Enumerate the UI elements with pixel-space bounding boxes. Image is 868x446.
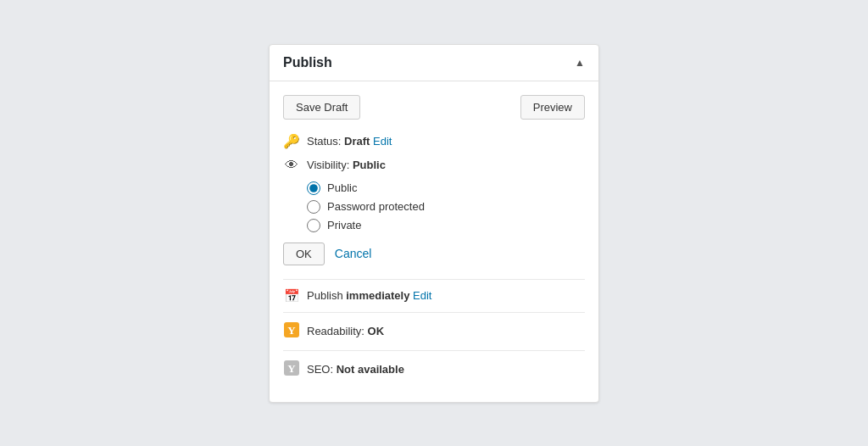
ok-cancel-row: OK Cancel [283, 243, 585, 265]
radio-password-input[interactable] [307, 200, 320, 214]
svg-text:Y: Y [287, 362, 296, 375]
radio-public-label: Public [327, 181, 357, 194]
collapse-icon[interactable]: ▲ [575, 57, 585, 69]
readability-text: Readability: OK [307, 325, 384, 337]
eye-icon: 👁 [283, 158, 300, 173]
radio-private-input[interactable] [307, 219, 320, 232]
status-label: Status: [307, 135, 344, 148]
panel-title: Publish [283, 55, 332, 70]
status-value: Draft [344, 135, 370, 148]
seo-value: Not available [337, 363, 404, 376]
radio-password-protected[interactable]: Password protected [307, 200, 585, 214]
readability-value: OK [368, 325, 385, 337]
radio-public-input[interactable] [307, 181, 320, 195]
preview-button[interactable]: Preview [520, 95, 585, 120]
divider-2 [283, 312, 585, 313]
seo-text: SEO: Not available [307, 363, 404, 376]
seo-label: SEO: [307, 363, 337, 376]
publish-row: 📅 Publish immediately Edit [283, 288, 585, 304]
visibility-label: Visibility: [307, 159, 353, 171]
seo-row: Y SEO: Not available [283, 360, 585, 380]
calendar-icon: 📅 [283, 288, 300, 304]
svg-text:Y: Y [287, 324, 296, 337]
panel-body: Save Draft Preview 🔑 Status: Draft Edit … [270, 81, 598, 402]
status-edit-link[interactable]: Edit [373, 135, 392, 148]
cancel-link[interactable]: Cancel [335, 247, 372, 260]
key-icon: 🔑 [283, 133, 300, 149]
publish-value: immediately [346, 289, 409, 302]
visibility-row: 👁 Visibility: Public [283, 158, 585, 173]
status-text: Status: Draft Edit [307, 135, 392, 148]
action-buttons: Save Draft Preview [283, 95, 585, 120]
status-row: 🔑 Status: Draft Edit [283, 133, 585, 149]
radio-private-label: Private [327, 219, 361, 231]
panel-header: Publish ▲ [270, 45, 598, 81]
save-draft-button[interactable]: Save Draft [283, 95, 360, 120]
divider-1 [283, 279, 585, 280]
publish-prefix: Publish [307, 289, 346, 302]
readability-icon: Y [283, 321, 300, 342]
publish-panel: Publish ▲ Save Draft Preview 🔑 Status: D… [269, 44, 599, 403]
radio-password-label: Password protected [327, 200, 425, 213]
radio-public[interactable]: Public [307, 181, 585, 195]
readability-row: Y Readability: OK [283, 321, 585, 342]
visibility-text: Visibility: Public [307, 159, 386, 171]
radio-private[interactable]: Private [307, 219, 585, 232]
publish-text: Publish immediately Edit [307, 289, 431, 302]
divider-3 [283, 350, 585, 351]
ok-button[interactable]: OK [283, 243, 325, 265]
readability-label: Readability: [307, 325, 368, 337]
visibility-options: Public Password protected Private [307, 181, 585, 232]
seo-icon: Y [283, 360, 300, 380]
visibility-value: Public [353, 159, 386, 171]
publish-edit-link[interactable]: Edit [413, 289, 431, 302]
